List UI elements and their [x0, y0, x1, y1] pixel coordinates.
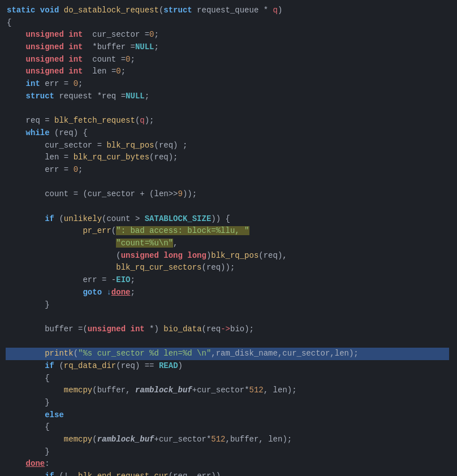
code-line-1: static void do_satablock_request(struct …	[7, 5, 450, 17]
code-line-12: len = blk_rq_cur_bytes(req);	[7, 152, 450, 164]
code-line-19: blk_rq_cur_sectors(req));	[7, 262, 450, 274]
code-line-34: if (!__blk_end_request_cur(req, err))	[7, 470, 450, 476]
code-line-15: if (unlikely(count > SATABLOCK_SIZE)) {	[7, 213, 450, 226]
code-line-2: {	[7, 17, 450, 29]
code-line-27: memcpy(buffer, ramblock_buf+cur_sector*5…	[7, 384, 450, 397]
code-line-22: }	[7, 299, 450, 311]
code-line-11: cur_sector = blk_rq_pos(req) ;	[7, 140, 450, 152]
code-line-3: unsigned int cur_sector =0;	[7, 29, 450, 41]
code-line-blank3	[7, 201, 450, 213]
code-line-28: }	[7, 397, 450, 409]
code-line-26: {	[7, 373, 450, 385]
code-line-6: unsigned int len =0;	[7, 66, 450, 78]
code-line-8: struct request *req =NULL;	[7, 90, 450, 103]
code-viewer: static void do_satablock_request(struct …	[0, 0, 457, 476]
code-line-blank4	[7, 311, 450, 323]
code-line-18: (unsigned long long)blk_rq_pos(req),	[7, 250, 450, 262]
code-line-blank2	[7, 176, 450, 189]
code-line-10: while (req) {	[7, 127, 450, 140]
code-line-23: buffer =(unsigned int *) bio_data(req->b…	[7, 323, 450, 336]
code-line-21: goto ↓done;	[7, 287, 450, 299]
code-line-13: err = 0;	[7, 164, 450, 176]
code-line-33: done:	[7, 458, 450, 470]
code-line-9: req = blk_fetch_request(q);	[7, 115, 450, 127]
code-line-4: unsigned int *buffer =NULL;	[7, 41, 450, 54]
code-line-20: err = -EIO;	[7, 274, 450, 287]
code-line-16: pr_err(": bad access: block=%llu, "	[7, 225, 450, 237]
code-line-17: "count=%u\n",	[7, 237, 450, 250]
code-line-31: memcpy(ramblock_buf+cur_sector*512,buffe…	[7, 434, 450, 446]
code-line-14: count = (cur_sector + (len>>9));	[7, 188, 450, 201]
code-line-7: int err = 0;	[7, 78, 450, 90]
code-line-32: }	[7, 446, 450, 458]
code-line-blank5	[7, 336, 450, 348]
code-line-5: unsigned int count =0;	[7, 54, 450, 66]
code-line-24: printk("%s cur_sector %d len=%d \n",ram_…	[7, 348, 450, 360]
code-line-25: if (rq_data_dir(req) == READ)	[7, 360, 450, 373]
code-line-blank1	[7, 103, 450, 115]
code-line-30: {	[7, 421, 450, 434]
code-line-29: else	[7, 409, 450, 422]
